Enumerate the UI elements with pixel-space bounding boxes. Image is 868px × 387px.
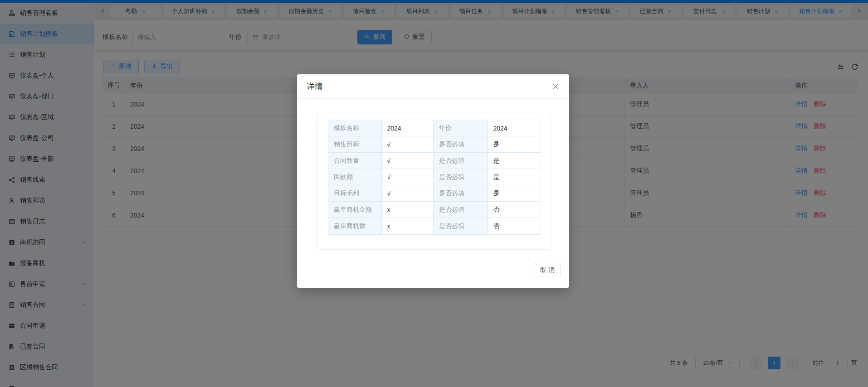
detail-value: x <box>382 218 434 234</box>
detail-value: 是 <box>488 185 541 201</box>
detail-row: 赢单商机数 x 是否必填 否 <box>328 218 541 234</box>
detail-value: 否 <box>488 202 541 218</box>
dialog-title: 详情 <box>307 81 323 92</box>
detail-row: 赢单商机金额 x 是否必填 否 <box>328 202 541 218</box>
detail-panel: 模板名称 2024 年份 2024 销售目标 √ 是否必填 是 合同数量 √ 是… <box>317 113 551 250</box>
detail-label: 模板名称 <box>328 120 382 136</box>
detail-row: 销售目标 √ 是否必填 是 <box>328 136 541 153</box>
detail-table: 模板名称 2024 年份 2024 销售目标 √ 是否必填 是 合同数量 √ 是… <box>328 120 541 235</box>
detail-row: 目标毛利 √ 是否必填 是 <box>328 185 541 202</box>
detail-value: 2024 <box>488 120 541 136</box>
detail-value: √ <box>382 185 434 201</box>
detail-label: 回款额 <box>328 169 382 185</box>
dialog-close-button[interactable] <box>551 82 560 91</box>
detail-label: 合同数量 <box>328 153 382 169</box>
detail-row: 回款额 √ 是否必填 是 <box>328 169 541 185</box>
detail-label: 年份 <box>434 120 488 136</box>
detail-label: 是否必填 <box>434 153 488 169</box>
detail-label: 是否必填 <box>434 185 488 201</box>
detail-label: 目标毛利 <box>328 185 382 201</box>
detail-value: √ <box>382 169 434 185</box>
detail-value: 是 <box>488 153 541 169</box>
detail-value: x <box>382 202 434 218</box>
detail-row: 模板名称 2024 年份 2024 <box>328 120 541 136</box>
detail-dialog: 详情 模板名称 2024 年份 2024 销售目标 √ 是否必填 是 <box>297 74 569 288</box>
detail-label: 是否必填 <box>434 218 488 234</box>
detail-label: 销售目标 <box>328 136 382 152</box>
detail-value: √ <box>382 153 434 169</box>
detail-label: 赢单商机金额 <box>328 202 382 218</box>
detail-label: 赢单商机数 <box>328 218 382 234</box>
detail-value: 否 <box>488 218 541 234</box>
detail-row: 合同数量 √ 是否必填 是 <box>328 153 541 169</box>
cancel-button[interactable]: 取 消 <box>534 263 561 277</box>
detail-value: 是 <box>488 169 541 185</box>
detail-value: √ <box>382 136 434 152</box>
detail-value: 2024 <box>382 120 434 136</box>
detail-label: 是否必填 <box>434 136 488 152</box>
close-icon <box>551 82 560 91</box>
detail-value: 是 <box>488 136 541 152</box>
detail-label: 是否必填 <box>434 202 488 218</box>
detail-label: 是否必填 <box>434 169 488 185</box>
